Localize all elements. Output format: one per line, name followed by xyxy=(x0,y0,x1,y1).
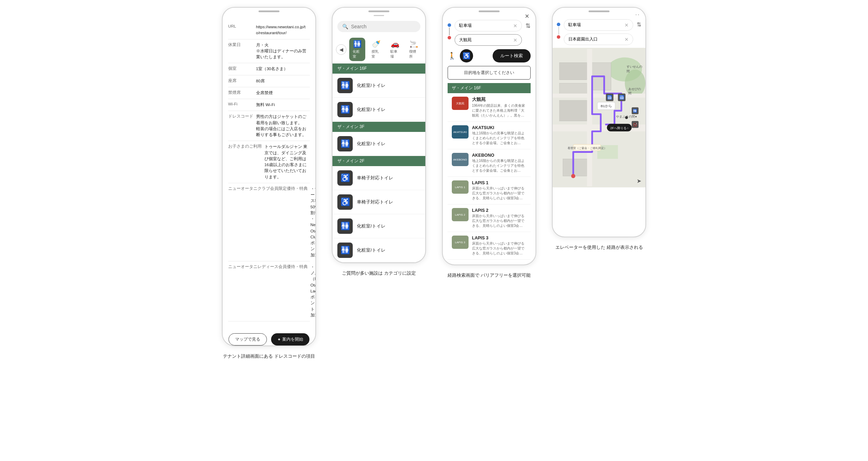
restroom-icon: 🚻 xyxy=(341,222,350,231)
result-name: AKEBONO xyxy=(472,153,526,158)
dest-dot xyxy=(448,36,451,39)
phone1-section: URL https://www.newotani.co.jp/to/restau… xyxy=(217,7,321,360)
result-thumb-img: 大観苑 xyxy=(452,97,469,110)
search-icon: 🔍 xyxy=(342,24,348,29)
restroom-icon: 🚻 xyxy=(341,81,350,90)
detail-label: 座席 xyxy=(228,78,253,84)
result-info: LAPIS 1 床面から天井いっぱいまで伸びる広大な窓ガラスから都内が一望できる… xyxy=(472,180,526,201)
map-from-clear[interactable]: ✕ xyxy=(624,22,629,28)
result-name: LAPIS 1 xyxy=(472,180,526,185)
phone2-caption: ご質問が多い施設は カテゴリに設定 xyxy=(342,269,416,277)
category-item-授乳室[interactable]: 🍼授乳室 xyxy=(368,38,384,61)
detail-row: 座席 80席 xyxy=(228,75,310,87)
facility-name: 化粧室/トイレ xyxy=(357,141,385,147)
route-dots xyxy=(448,20,451,39)
category-item-駐車場[interactable]: 🚗駐車場 xyxy=(387,38,403,61)
result-name: 大観苑 xyxy=(472,97,526,103)
dot-line xyxy=(449,28,450,35)
route-search-button[interactable]: ルート検索 xyxy=(493,49,531,62)
to-clear[interactable]: ✕ xyxy=(513,37,517,43)
route-mode-row: 🚶 ♿ ルート検索 xyxy=(448,49,531,62)
result-item[interactable]: AKEBONO AKEBONO 地上16階からの見事な眺望と品よくまとめられたイ… xyxy=(448,149,531,177)
map-origin-dot xyxy=(557,23,560,26)
from-field[interactable]: 駐車場 ✕ xyxy=(455,20,522,31)
walk-icon: 🚶 xyxy=(448,52,456,60)
detail-value: https://www.newotani.co.jp/to/restaurant… xyxy=(256,24,310,36)
map-route-inputs: 駐車場 ✕ 日本庭園出入口 ✕ ⇅ xyxy=(557,19,641,45)
phone3-frame: ✕ 駐車場 ✕ 大観苑 ✕ xyxy=(442,7,536,265)
notch4 xyxy=(589,10,609,12)
to-field[interactable]: 大観苑 ✕ xyxy=(455,34,522,46)
from-clear[interactable]: ✕ xyxy=(513,23,517,29)
svg-text:間: 間 xyxy=(627,69,630,73)
facility-item[interactable]: 🚻化粧室/トイレ xyxy=(332,214,425,238)
category-label: 化粧室 xyxy=(353,49,362,59)
svg-text:B1から: B1から xyxy=(601,104,612,108)
map-from-field[interactable]: 駐車場 ✕ xyxy=(564,19,633,31)
section-header: ザ・メイン 3F xyxy=(332,122,425,132)
category-item-化粧室[interactable]: 🚻化粧室 xyxy=(349,38,365,61)
facility-name: 車椅子対応トイレ xyxy=(357,175,393,181)
map-to-clear[interactable]: ✕ xyxy=(624,37,629,42)
result-name: LAPIS 3 xyxy=(472,236,526,240)
detail-value: トゥールダルジャン 東京では、ダイニング及び個室など、ご利用は16歳以上のお客さ… xyxy=(264,144,310,180)
guide-button[interactable]: ✦ 案内を開始 xyxy=(271,333,309,345)
result-item[interactable]: LAPIS 1 LAPIS 1 床面から天井いっぱいまで伸びる広大な窓ガラスから… xyxy=(448,177,531,205)
category-icon: 🚗 xyxy=(391,40,399,48)
result-section-header: ザ・メイン 16F xyxy=(448,83,531,93)
category-label: 喫煙所 xyxy=(409,49,418,59)
facility-icon-box: 🚻 xyxy=(337,243,353,258)
map-swap-button[interactable]: ⇅ xyxy=(637,19,641,28)
section-header: ザ・メイン 16F xyxy=(332,64,425,74)
svg-text:🛗: 🛗 xyxy=(607,95,612,100)
from-value: 駐車場 xyxy=(459,23,472,29)
result-thumbnail: LAPIS 1 xyxy=(452,180,469,194)
svg-text:🚭: 🚭 xyxy=(633,122,638,127)
facility-item[interactable]: 🚻化粧室/トイレ xyxy=(332,132,425,156)
facility-item[interactable]: ♿車椅子対応トイレ xyxy=(332,190,425,214)
facility-item[interactable]: 🚻化粧室/トイレ xyxy=(332,238,425,262)
detail-label: 休業日 xyxy=(228,42,253,60)
map-route-input-fields: 駐車場 ✕ 日本庭園出入口 ✕ xyxy=(564,19,633,45)
search-input[interactable] xyxy=(351,24,416,29)
search-bar[interactable]: 🔍 xyxy=(337,21,420,32)
map-to-field[interactable]: 日本庭園出入口 ✕ xyxy=(564,34,633,45)
restroom-icon: 🚻 xyxy=(341,139,350,148)
result-info: LAPIS 2 床面から天井いっぱいまで伸びる広大な窓ガラスから都内が一望できる… xyxy=(472,208,526,228)
detail-label: Wi-Fi xyxy=(228,102,253,108)
close-button3[interactable]: ✕ xyxy=(523,12,531,20)
facility-name: 化粧室/トイレ xyxy=(357,107,385,113)
facility-name: 化粧室/トイレ xyxy=(357,247,385,253)
detail-value: ・ビノル（New Otani Ladiesポイント）加算 xyxy=(310,264,316,318)
result-item[interactable]: 大観苑 大観苑 1964年の開店以来、多くの美食家に愛されてきた本格上海料理「大… xyxy=(448,93,531,122)
result-item[interactable]: LAPIS 3 LAPIS 3 床面から天井いっぱいまで伸びる広大な窓ガラスから… xyxy=(448,232,531,260)
category-item-喫煙所[interactable]: 🚬喫煙所 xyxy=(406,38,422,61)
result-item[interactable]: AKATSUKI AKATSUKI 地上16階からの見事な眺望と品よくまとめられ… xyxy=(448,122,531,149)
facility-item[interactable]: ♿車椅子対応トイレ xyxy=(332,166,425,190)
section-header: ザ・メイン 2F xyxy=(332,156,425,166)
detail-label: 禁煙席 xyxy=(228,90,253,96)
facility-item[interactable]: 🚻化粧室/トイレ xyxy=(332,74,425,98)
route-inputs: 駐車場 ✕ 大観苑 ✕ xyxy=(455,20,522,46)
accessibility-button[interactable]: ♿ xyxy=(460,49,473,62)
detail-label: ニューオータニレディース会員優待・特典 xyxy=(228,264,308,318)
facility-icon-box: 🚻 xyxy=(337,78,353,93)
phone1-caption: テナント詳細画面にある ドレスコードの項目 xyxy=(223,352,315,360)
result-thumb-img: AKEBONO xyxy=(452,153,469,166)
facility-item[interactable]: 🚻化粧室/トイレ xyxy=(332,98,425,122)
notch2 xyxy=(368,10,389,12)
detail-value: 月・火※水曜日はディナーのみ営業いたします。 xyxy=(256,42,310,60)
svg-text:2Fへ降りる ›: 2Fへ降りる › xyxy=(610,126,628,130)
map-dot-line xyxy=(559,27,559,35)
detail-screen: URL https://www.newotani.co.jp/to/restau… xyxy=(223,15,315,327)
result-item[interactable]: LAPIS 2 LAPIS 2 床面から天井いっぱいまで伸びる広大な窓ガラスから… xyxy=(448,205,531,232)
facility-name: 化粧室/トイレ xyxy=(357,83,385,89)
category-icon: 🚬 xyxy=(410,40,418,48)
svg-text:間: 間 xyxy=(628,91,631,95)
map-route-dots xyxy=(557,19,560,39)
swap-button[interactable]: ⇅ xyxy=(525,20,531,30)
category-back-button[interactable]: ◀ xyxy=(336,44,346,55)
detail-row: ドレスコード 男性の方はジャケットのご着用をお願い致します。軽装の場合にはご入店… xyxy=(228,111,310,141)
detail-value: 80席 xyxy=(256,78,310,84)
map-button[interactable]: マップで見る xyxy=(229,333,267,345)
